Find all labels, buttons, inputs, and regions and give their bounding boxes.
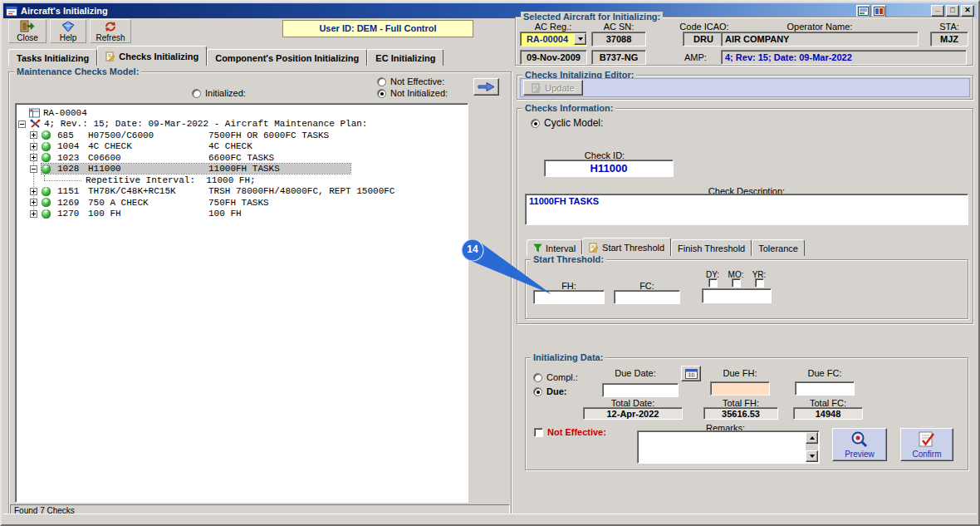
check-description-field[interactable]: 11000FH TASKS [525,194,968,225]
maximize-button[interactable]: □ [946,5,959,17]
not-effective-checkbox[interactable] [534,428,543,437]
refresh-button[interactable]: Refresh [90,19,131,43]
radio-not-effective[interactable] [377,77,386,86]
radio-due[interactable] [533,387,542,396]
refresh-arrows-icon [104,21,117,32]
tab-ec-initializing[interactable]: EC Initializing [367,49,443,66]
update-button-label: Update [545,83,574,93]
due-date-label: Due Date: [615,368,656,378]
titlebar-shortcut-icon-2[interactable] [872,5,886,17]
update-button[interactable]: Update [523,80,583,96]
tab-checks-initializing[interactable]: Checks Initializing [97,46,207,66]
expand-icon[interactable] [30,188,37,195]
due-fc-input[interactable] [795,381,855,396]
check-code: C06600 [88,153,208,163]
expand-icon[interactable] [30,131,37,139]
yr-checkbox[interactable] [755,278,764,288]
app-window: Aircraft's Initializing _ □ ✕ Close Help [0,0,980,526]
tab-label: Start Threshold [602,243,664,253]
expand-icon[interactable] [30,210,37,218]
tab-label: Tasks Initializing [17,53,89,63]
checks-information-title: Checks Information: [522,103,615,113]
confirm-button[interactable]: Confirm [900,428,953,461]
tree-check-row-selected[interactable]: 1028 H11000 11000FH TASKS [16,164,468,175]
due-date-input[interactable] [602,383,679,397]
total-fh-field: 35616.53 [703,407,778,420]
note-pencil-icon [105,52,115,61]
ac-reg-dropdown-button[interactable] [574,33,586,45]
tab-tolerance[interactable]: Tolerance [752,239,805,256]
checks-tree[interactable]: RA-00004 4; Rev.: 15; Date: 09-Mar-2022 … [15,103,468,503]
start-threshold-fh-input[interactable] [533,290,605,304]
tree-root-row[interactable]: RA-00004 [16,107,468,119]
initializing-data-title: Initializing Data: [531,352,605,362]
tab-label: Checks Initializing [119,52,198,61]
tree-check-row[interactable]: 1004 4C CHECK 4C CHECK [16,141,468,153]
close-button[interactable]: Close [8,19,47,43]
scroll-up-button[interactable] [806,432,818,444]
tab-label: Tolerance [758,243,798,253]
radio-not-initialized[interactable] [377,89,386,98]
chevron-down-icon [578,37,583,41]
tab-tasks-initializing[interactable]: Tasks Initializing [8,49,97,66]
check-desc: 4C CHECK [208,141,252,151]
minimize-button[interactable]: _ [931,5,944,17]
ac-reg-combobox[interactable]: RA-00004 [520,32,587,47]
radio-cyclic-model[interactable] [531,119,540,128]
tab-finish-threshold[interactable]: Finish Threshold [671,239,752,256]
collapse-icon[interactable] [30,165,37,173]
check-code: H07500/C6000 [88,130,208,140]
remarks-textarea[interactable] [637,430,820,464]
help-button[interactable]: Help [50,19,86,43]
selected-row-highlight: 1028 H11000 11000FH TASKS [42,164,350,174]
tab-label: Component's Position Initializing [215,53,359,63]
tree-check-row[interactable]: 1270 100 FH 100 FH [16,209,468,220]
calendar-icon [685,368,698,379]
collapse-icon[interactable] [18,120,26,128]
tree-interval-row[interactable]: Repetitive Interval: 11000 FH; [16,175,468,186]
tab-start-threshold[interactable]: Start Threshold [582,238,671,256]
tree-check-row[interactable]: 1151 TH78K/C48K+RC15K TRSH 78000FH/48000… [16,186,468,198]
check-id-field[interactable]: H11000 [544,160,674,177]
start-threshold-fc-input[interactable] [614,290,680,304]
due-fh-label: Due FH: [723,368,757,378]
code-icao-field: DRU [683,32,724,47]
sta-field: MJZ [930,32,968,47]
preview-button[interactable]: Preview [832,428,887,461]
expand-icon[interactable] [30,143,37,150]
tree-check-row[interactable]: 1269 750 A CHECK 750FH TASKS [16,197,468,209]
exit-door-icon [20,20,35,32]
check-id: 685 [57,130,88,140]
chevron-up-icon [810,436,815,440]
titlebar-shortcut-icon-1[interactable] [856,5,870,17]
tab-components-position-initializing[interactable]: Component's Position Initializing [207,49,367,66]
refresh-button-label: Refresh [96,33,125,42]
expand-icon[interactable] [30,154,37,161]
calendar-button[interactable] [681,366,701,381]
help-button-label: Help [60,33,77,42]
tab-interval[interactable]: Interval [527,239,582,256]
editor-toolbar [520,78,970,97]
tree-plan-row[interactable]: 4; Rev.: 15; Date: 09-Mar-2022 - Aircraf… [16,119,468,130]
dy-checkbox[interactable] [708,278,718,288]
close-window-button[interactable]: ✕ [961,5,974,17]
green-sphere-plus-icon [42,198,51,207]
update-icon [532,83,541,93]
radio-initialized[interactable] [192,89,201,98]
expand-icon[interactable] [30,199,37,206]
radio-compl[interactable] [533,373,542,382]
check-desc: 6600FC TASKS [208,153,274,163]
start-threshold-date-input[interactable] [702,288,772,303]
operator-name-label: Operator Name: [787,22,853,32]
tree-check-row[interactable]: 1023 C06600 6600FC TASKS [16,152,468,164]
tab-label: Finish Threshold [678,243,745,253]
compl-label: Compl.: [546,372,578,382]
remarks-scrollbar[interactable] [806,432,818,462]
check-id: 1004 [57,141,88,151]
mo-checkbox[interactable] [732,278,741,288]
scroll-down-button[interactable] [806,450,818,462]
tree-check-row[interactable]: 685 H07500/C6000 7500FH OR 6000FC TASKS [16,130,468,141]
move-to-editor-button[interactable] [473,78,499,96]
check-desc: 750FH TASKS [208,198,269,208]
due-fh-input[interactable] [710,381,770,396]
